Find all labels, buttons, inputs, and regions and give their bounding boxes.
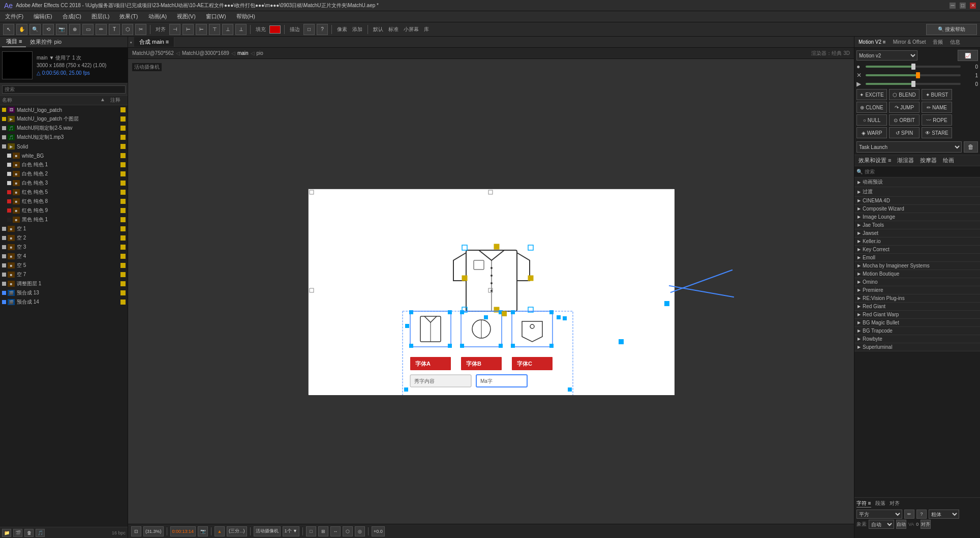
menu-edit[interactable]: 编辑(E) [32, 12, 54, 21]
task-launch-dropdown[interactable]: Task Launch [856, 141, 962, 153]
effects-tab-massage[interactable]: 按摩器 [920, 157, 937, 164]
effect-group-keller[interactable]: ▶ Keller.io [854, 237, 980, 246]
tool-select[interactable]: ↖ [3, 24, 14, 35]
project-item[interactable]: ■黑色 纯色 1 [0, 215, 128, 224]
project-item[interactable]: ■白色 纯色 3 [0, 178, 128, 188]
menu-help[interactable]: 帮助(H) [234, 12, 257, 21]
effects-tab-paint[interactable]: 绘画 [943, 157, 954, 164]
effect-group-presets[interactable]: ▶ 动画预设 [854, 177, 980, 187]
breadcrumb-2[interactable]: MatchU@3000*1689 [182, 50, 229, 56]
btn-warp[interactable]: ◈ WARP [856, 127, 887, 138]
effect-group-image[interactable]: ▶ Image Lounge [854, 213, 980, 221]
rpt-motion-v2[interactable]: Motion V2 ≡ [856, 38, 888, 46]
project-item[interactable]: ■空 4 [0, 252, 128, 261]
btn-rope[interactable]: 〰 ROPE [922, 114, 952, 126]
vc-mask[interactable]: ⬡ [343, 526, 353, 536]
vc-3d[interactable]: □ [306, 526, 316, 536]
task-delete-btn[interactable]: 🗑 [964, 141, 978, 153]
font-auto-btn[interactable]: 自动 [896, 520, 906, 529]
effect-group-keycorrect[interactable]: ▶ Key Correct [854, 246, 980, 254]
tool-hand[interactable]: ✋ [16, 24, 27, 35]
tool-pan[interactable]: ⊕ [69, 24, 80, 35]
effect-group-bg-trapcode[interactable]: ▶ BG Trapcode [854, 327, 980, 335]
align-center-h[interactable]: ⊢ [182, 24, 194, 35]
effects-search-input[interactable] [865, 169, 978, 174]
btn-blend[interactable]: ⬡ BLEND [889, 89, 920, 100]
menu-window[interactable]: 窗口(W) [204, 12, 228, 21]
project-item[interactable]: 🎵MatchU同期定制2-5.wav [0, 124, 128, 133]
effect-group-premiere[interactable]: ▶ Premiere [854, 286, 980, 294]
vc-grid[interactable]: ⊞ [318, 526, 328, 536]
effects-tab-settings[interactable]: 效果和设置 ≡ [859, 157, 891, 164]
menu-file[interactable]: 文件(F) [3, 12, 25, 21]
project-item[interactable]: 🎵MatchU短定制1.mp3 [0, 133, 128, 142]
align-right[interactable]: ⊢ [196, 24, 207, 35]
effect-group-omino[interactable]: ▶ Omino [854, 278, 980, 286]
effect-group-mocha[interactable]: ▶ Mocha by Imagineer Systems [854, 262, 980, 270]
breadcrumb-3[interactable]: main [237, 50, 249, 56]
vc-channel[interactable]: 1个 ▼ [283, 526, 299, 536]
vc-guides[interactable]: ↔ [330, 526, 341, 536]
motion-v2-dropdown[interactable]: Motion v2 [856, 50, 917, 61]
breadcrumb-1[interactable]: MatchU@750*562 [132, 50, 174, 56]
project-item[interactable]: ■空 2 [0, 233, 128, 243]
rpt-audio[interactable]: 音频 [931, 38, 945, 47]
menu-compose[interactable]: 合成(C) [60, 12, 83, 21]
project-item[interactable]: ■空 1 [0, 224, 128, 233]
effects-tab-renderer[interactable]: 渐渲器 [897, 157, 914, 164]
tool-shape[interactable]: ⬡ [122, 24, 133, 35]
new-folder-btn[interactable]: 📁 [2, 529, 11, 537]
btn-null[interactable]: ○ NULL [856, 114, 887, 126]
effect-group-red-giant-warp[interactable]: ▶ Red Giant Warp [854, 311, 980, 319]
align-bottom[interactable]: ⊥ [235, 24, 247, 35]
stroke-edge[interactable]: □ [303, 24, 315, 35]
comp-tab-main[interactable]: 合成 main ≡ [134, 37, 174, 47]
menu-effect[interactable]: 效果(T) [117, 12, 140, 21]
vc-snap[interactable]: ⊡ [131, 526, 141, 536]
btn-clone[interactable]: ⊕ CLONE [856, 102, 887, 113]
font-align-btn[interactable]: 对齐 [921, 520, 931, 529]
tab-effect-controls[interactable]: 效果控件 pio [26, 37, 66, 47]
rpt-info[interactable]: 信息 [948, 38, 962, 47]
vc-snapshot[interactable]: 📷 [198, 526, 208, 536]
project-item[interactable]: ■红色 纯色 8 [0, 197, 128, 206]
tool-pen[interactable]: ✏ [96, 24, 107, 35]
btn-stare[interactable]: 👁 STARE [922, 127, 952, 138]
project-item[interactable]: ■红色 纯色 5 [0, 188, 128, 197]
effect-group-jae[interactable]: ▶ Jae Tools [854, 221, 980, 229]
project-item[interactable]: ▶Solid [0, 142, 128, 151]
effect-group-jawset[interactable]: ▶ Jawset [854, 229, 980, 237]
btn-orbit[interactable]: ⊙ ORBIT [889, 114, 920, 126]
vc-time[interactable]: 0:00:13:14 [170, 526, 196, 536]
mv2-graph-btn[interactable]: 📈 [958, 50, 978, 61]
effect-group-cinema4d[interactable]: ▶ CINEMA 4D [854, 197, 980, 205]
slider-3-track[interactable] [866, 83, 961, 85]
search-help-btn[interactable]: 🔍 搜索帮助 [926, 24, 977, 35]
minimize-button[interactable]: ─ [950, 3, 956, 9]
project-item[interactable]: ■白色 纯色 1 [0, 160, 128, 169]
project-item[interactable]: ▶MatchU_logo_patch 个图层 [0, 114, 128, 124]
tpt-character[interactable]: 字符 ≡ [856, 500, 871, 507]
fill-color[interactable] [269, 25, 281, 34]
vc-resolution[interactable]: ▲ [215, 526, 225, 536]
effect-group-bg-magic[interactable]: ▶ BG Magic Bullet [854, 319, 980, 327]
project-item[interactable]: ■调整图层 1 [0, 279, 128, 288]
project-item[interactable]: ■白色 纯色 2 [0, 169, 128, 178]
menu-layer[interactable]: 图层(L) [89, 12, 111, 21]
font-pencil-btn[interactable]: ✏ [904, 510, 914, 519]
interpret-btn[interactable]: 🎵 [36, 529, 45, 537]
vc-camera[interactable]: 活动摄像机 [254, 526, 281, 536]
font-question-btn[interactable]: ? [916, 510, 927, 519]
comp-viewer[interactable]: 活动摄像机 [128, 59, 854, 524]
effect-group-revision[interactable]: ▶ RE:Vision Plug-ins [854, 294, 980, 303]
effect-group-red-giant[interactable]: ▶ Red Giant [854, 303, 980, 311]
font-size-select[interactable]: 自动 [869, 520, 894, 529]
tool-camera[interactable]: 📷 [56, 24, 67, 35]
slider-1-track[interactable] [866, 66, 961, 68]
tool-rotate[interactable]: ⟲ [43, 24, 54, 35]
effect-group-composite[interactable]: ▶ Composite Wizard [854, 205, 980, 213]
stroke-question[interactable]: ? [317, 24, 328, 35]
align-top[interactable]: ⊤ [209, 24, 220, 35]
effect-group-emoll[interactable]: ▶ Emoll [854, 254, 980, 262]
font-name-select[interactable]: 平方 [856, 510, 902, 519]
